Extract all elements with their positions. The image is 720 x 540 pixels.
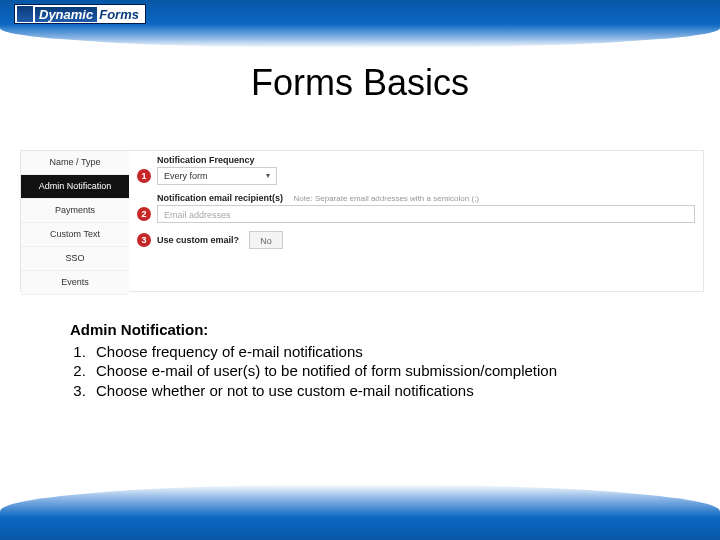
logo-word-forms: Forms xyxy=(99,7,139,22)
tab-admin-notification[interactable]: Admin Notification xyxy=(21,175,129,199)
tab-custom-text[interactable]: Custom Text xyxy=(21,223,129,247)
tab-payments[interactable]: Payments xyxy=(21,199,129,223)
tab-events[interactable]: Events xyxy=(21,271,129,295)
tab-name-type[interactable]: Name / Type xyxy=(21,151,129,175)
bottom-banner xyxy=(0,484,720,540)
frequency-label: Notification Frequency xyxy=(157,155,255,165)
frequency-row: 1 Notification Frequency Every form ▾ xyxy=(157,155,695,185)
custom-email-toggle[interactable]: No xyxy=(249,231,283,249)
recipients-row: 2 Notification email recipient(s) Note: … xyxy=(157,193,695,223)
page-title: Forms Basics xyxy=(0,62,720,104)
tab-sso[interactable]: SSO xyxy=(21,247,129,271)
recipients-hint: Note: Separate email addresses with a se… xyxy=(294,194,479,203)
body-item-2: Choose e-mail of user(s) to be notified … xyxy=(90,361,650,381)
recipients-label: Notification email recipient(s) xyxy=(157,193,283,203)
callout-badge-3: 3 xyxy=(137,233,151,247)
body-item-3: Choose whether or not to use custom e-ma… xyxy=(90,381,650,401)
chevron-down-icon: ▾ xyxy=(266,167,270,185)
recipients-placeholder-text: Email addresses xyxy=(164,210,231,220)
side-tabs: Name / Type Admin Notification Payments … xyxy=(21,151,129,291)
body-heading: Admin Notification: xyxy=(70,320,650,340)
logo-mark-icon xyxy=(17,6,33,22)
body-text: Admin Notification: Choose frequency of … xyxy=(70,320,650,400)
custom-email-label: Use custom email? xyxy=(157,235,239,245)
callout-badge-2: 2 xyxy=(137,207,151,221)
form-area: 1 Notification Frequency Every form ▾ 2 … xyxy=(129,151,703,291)
settings-panel: Name / Type Admin Notification Payments … xyxy=(20,150,704,292)
logo: Dynamic Forms xyxy=(14,4,146,24)
custom-email-row: 3 Use custom email? No xyxy=(157,231,695,249)
body-item-1: Choose frequency of e-mail notifications xyxy=(90,342,650,362)
logo-word-dynamic: Dynamic xyxy=(35,7,97,22)
frequency-select[interactable]: Every form ▾ xyxy=(157,167,277,185)
frequency-value: Every form xyxy=(164,167,208,185)
recipients-input[interactable]: Email addresses xyxy=(157,205,695,223)
callout-badge-1: 1 xyxy=(137,169,151,183)
